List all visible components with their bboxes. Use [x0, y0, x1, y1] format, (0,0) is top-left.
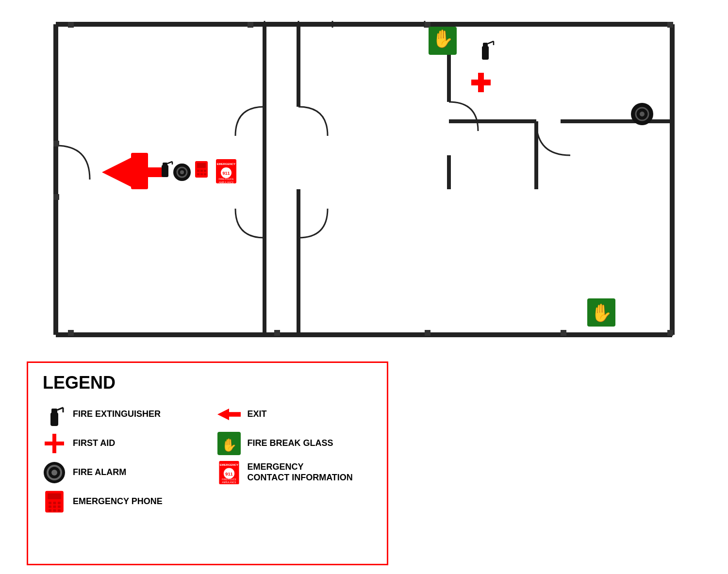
- svg-rect-91: [58, 502, 61, 504]
- first-aid-label: FIRST AID: [73, 438, 115, 449]
- legend-item-fire-alarm: FIRE ALARM: [43, 461, 198, 484]
- svg-rect-29: [667, 330, 673, 336]
- svg-rect-48: [200, 173, 203, 175]
- svg-rect-69: [50, 412, 58, 426]
- svg-rect-94: [58, 506, 61, 508]
- svg-rect-28: [561, 330, 566, 336]
- svg-rect-21: [68, 22, 74, 28]
- svg-text:AMBULANCE: AMBULANCE: [222, 481, 236, 484]
- svg-rect-96: [53, 509, 56, 511]
- first-aid-icon: [43, 432, 66, 455]
- fire-alarm-icon: [43, 461, 66, 484]
- svg-text:EMERGENCY: EMERGENCY: [217, 163, 236, 165]
- svg-rect-22: [248, 22, 253, 28]
- svg-line-60: [488, 41, 494, 44]
- svg-rect-92: [49, 506, 51, 508]
- svg-rect-95: [49, 509, 51, 511]
- svg-text:✋: ✋: [591, 302, 612, 323]
- svg-rect-36: [163, 163, 167, 166]
- legend-grid: FIRE EXTINGUISHER EXIT FIRST AID: [43, 403, 372, 513]
- svg-rect-35: [162, 165, 168, 177]
- svg-text:EMERGENCY: EMERGENCY: [219, 463, 238, 466]
- fire-extinguisher-label: FIRE EXTINGUISHER: [73, 409, 161, 420]
- svg-rect-58: [482, 46, 489, 60]
- svg-point-80: [51, 470, 57, 476]
- fire-alarm-label: FIRE ALARM: [73, 467, 126, 478]
- svg-text:AMBULANCE: AMBULANCE: [218, 181, 234, 184]
- svg-text:FIRE·POLICE: FIRE·POLICE: [218, 178, 234, 180]
- svg-rect-23: [425, 22, 430, 28]
- fire-extinguisher-icon: [43, 403, 66, 426]
- svg-rect-88: [48, 493, 61, 499]
- svg-text:✋: ✋: [432, 28, 454, 49]
- svg-rect-97: [58, 509, 61, 511]
- legend-item-emergency-contact: EMERGENCY 911 FIRE·POLICE AMBULANCE EMER…: [217, 461, 373, 484]
- exit-label: EXIT: [248, 409, 267, 420]
- svg-rect-75: [45, 442, 64, 445]
- svg-rect-25: [68, 330, 74, 336]
- legend-title: LEGEND: [43, 373, 372, 393]
- legend: LEGEND FIRE EXTINGUISHER EXIT: [27, 361, 388, 565]
- svg-rect-30: [53, 141, 59, 147]
- svg-rect-90: [53, 502, 56, 504]
- svg-rect-46: [204, 170, 206, 172]
- svg-rect-24: [667, 22, 673, 28]
- svg-rect-31: [53, 194, 59, 200]
- exit-arrow-icon: [217, 403, 241, 426]
- svg-point-41: [180, 170, 184, 174]
- legend-item-fire-extinguisher: FIRE EXTINGUISHER: [43, 403, 198, 426]
- floorplan: EXIT EMERGENCY: [27, 10, 701, 349]
- legend-item-exit: EXIT: [217, 403, 373, 426]
- svg-rect-57: [471, 80, 491, 85]
- legend-item-first-aid: FIRST AID: [43, 432, 198, 455]
- svg-rect-89: [49, 502, 51, 504]
- svg-rect-93: [53, 506, 56, 508]
- fire-break-glass-icon: ✋: [217, 432, 241, 455]
- emergency-contact-label: EMERGENCYCONTACT INFORMATION: [248, 462, 353, 483]
- fire-break-glass-label: FIRE BREAK GLASS: [248, 438, 333, 449]
- emergency-contact-icon: EMERGENCY 911 FIRE·POLICE AMBULANCE: [217, 461, 241, 484]
- legend-item-fire-break-glass: ✋ FIRE BREAK GLASS: [217, 432, 373, 455]
- svg-text:911: 911: [222, 171, 230, 176]
- svg-point-66: [640, 112, 645, 116]
- svg-rect-26: [274, 330, 280, 336]
- svg-rect-45: [200, 170, 203, 172]
- svg-text:✋: ✋: [221, 437, 237, 453]
- svg-rect-44: [197, 170, 199, 172]
- svg-rect-59: [483, 43, 488, 47]
- svg-rect-49: [204, 173, 206, 175]
- svg-marker-73: [217, 409, 241, 420]
- svg-rect-27: [425, 330, 430, 336]
- svg-rect-47: [197, 173, 199, 175]
- svg-line-71: [57, 408, 63, 410]
- svg-text:FIRE·POLICE: FIRE·POLICE: [222, 478, 236, 481]
- svg-text:911: 911: [225, 471, 233, 476]
- svg-rect-70: [51, 409, 57, 413]
- svg-line-37: [167, 162, 172, 164]
- emergency-phone-label: EMERGENCY PHONE: [73, 496, 163, 507]
- legend-item-emergency-phone: EMERGENCY PHONE: [43, 490, 198, 513]
- emergency-phone-icon: [43, 490, 66, 513]
- svg-rect-43: [197, 163, 206, 168]
